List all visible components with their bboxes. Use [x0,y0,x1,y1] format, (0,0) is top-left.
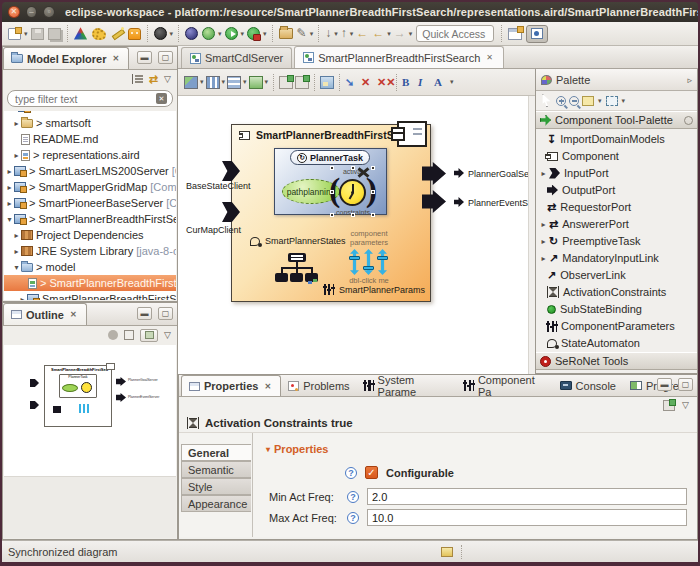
tree-row[interactable]: ▸SmartPlannerBreadthFirstS [4,291,176,300]
palette-drawer-seronet[interactable]: SeRoNet Tools [536,352,697,370]
close-icon[interactable]: ✕ [484,52,495,63]
tree-row[interactable]: ▸JRE System Library[java-8-op [4,243,176,259]
tab-system-parameters[interactable]: System Parame [357,375,457,396]
selection-handle[interactable] [330,190,334,194]
expander-icon[interactable]: ▸ [540,237,547,246]
new-wizard-icon[interactable] [8,28,21,40]
view-menu-icon[interactable]: ▽ [682,400,689,410]
close-icon[interactable]: ✕ [110,53,121,64]
debug-icon[interactable] [202,27,215,40]
view-menu-icon[interactable]: ▽ [164,74,171,84]
expander-icon[interactable]: ▸ [540,220,547,229]
component-parameters-node[interactable] [350,249,394,279]
expander-icon[interactable]: ▾ [12,263,21,272]
palette-item-preemptivetask[interactable]: ▸↻PreemptiveTask [536,233,697,249]
palette-item-mandatoryinputlink[interactable]: ▸↗MandatoryInputLink [536,250,697,266]
tree-row-selected[interactable]: > SmartPlannerBreadthFirst [4,275,176,291]
tree-row[interactable]: ▸> SmartMapperGridMap[Comp [4,179,176,195]
palette-item-outputport[interactable]: OutputPort [536,182,697,198]
minimize-icon[interactable]: ▬ [657,378,672,391]
palette-item-stateautomaton[interactable]: StateAutomaton [536,335,697,351]
save-icon[interactable] [31,28,44,40]
collapse-all-icon[interactable] [132,74,143,84]
tree-row[interactable]: README.md [4,131,176,147]
palette-drawer-header[interactable]: Component Tool-Palette [536,111,697,129]
palette-item-observerlink[interactable]: ↗ObserverLink [536,267,697,283]
delete-from-diagram-icon[interactable]: ✕ [361,76,375,89]
forward-dropdown-icon[interactable]: ▾ [409,30,413,38]
distribute-dropdown-icon[interactable]: ▾ [243,78,247,86]
quick-access-input[interactable] [416,25,494,42]
expander-icon[interactable]: ▸ [5,199,14,208]
tree-row[interactable]: ▾> SmartPlannerBreadthFirstSe [4,211,176,227]
help-icon[interactable]: ? [345,467,357,479]
maximize-icon[interactable]: ▢ [158,51,173,64]
tree-row[interactable]: ▸Project Dependencies [4,227,176,243]
arrange-all-icon[interactable] [184,76,198,89]
web-browser-icon[interactable] [185,27,198,40]
palette-item-importdomainmodels[interactable]: ↧ImportDomainModels [536,131,697,147]
params-label-group[interactable]: SmartPlannerParams [324,284,425,295]
tab-properties[interactable]: Properties✕ [181,375,281,396]
mark-dropdown-icon[interactable]: ▾ [310,30,314,38]
tab-outline[interactable]: Outline ✕ [3,303,87,325]
external-tools-dropdown-icon[interactable]: ▾ [263,30,267,38]
side-tab-general[interactable]: General [181,444,251,461]
status-diagram-icon[interactable] [441,547,453,557]
task-label[interactable]: ↻ PlannerTask [290,150,370,165]
canvas-scrollbar[interactable] [528,96,535,374]
selection-handle[interactable] [330,166,334,170]
next-annotation-dropdown-icon[interactable]: ▾ [334,30,338,38]
font-color-icon[interactable]: A [434,76,448,89]
configurable-checkbox[interactable]: ✓ [365,466,378,479]
port-label[interactable]: CurMapClient [186,225,241,235]
zoom-out-icon[interactable] [569,96,579,106]
palette-item-componentparameters[interactable]: ComponentParameters [536,318,697,334]
external-tools-icon[interactable] [247,27,260,40]
mark-occurrences-icon[interactable]: ✎ [297,27,307,40]
expander-icon[interactable]: ▸ [12,231,21,240]
selection-handle[interactable] [351,213,355,217]
modeling-perspective-button[interactable] [526,25,548,43]
distribute-icon[interactable] [227,76,241,89]
side-tab-style[interactable]: Style [181,478,251,495]
color-model-icon[interactable] [74,27,88,40]
open-perspective-icon[interactable] [508,28,522,40]
profile-icon[interactable] [154,27,167,40]
outline-thumbnail[interactable]: SmartPlannerBreadthFirstSea PlannerTask … [28,357,143,452]
expander-icon[interactable]: ▸ [18,295,27,301]
section-collapse-icon[interactable]: ▾ [266,445,270,454]
align-icon[interactable] [206,76,220,89]
selection-handle[interactable] [371,213,375,217]
maximize-icon[interactable]: ▢ [158,307,173,320]
marquee-dropdown-icon[interactable]: ▾ [622,97,626,105]
new-dropdown-icon[interactable]: ▾ [24,30,28,38]
maximize-icon[interactable]: ▢ [678,378,693,391]
align-dropdown-icon[interactable]: ▾ [222,78,226,86]
selection-handle[interactable] [371,166,375,170]
expander-icon[interactable]: ▸ [12,151,21,160]
palette-item-inputport[interactable]: ▸InputPort [536,165,697,181]
previous-annotation-dropdown-icon[interactable]: ▾ [350,30,354,38]
back-history-icon[interactable]: ← [372,27,384,40]
export-image-icon[interactable] [320,76,334,89]
port-label[interactable]: BaseStateClient [186,181,251,191]
close-icon[interactable]: ✕ [262,381,273,392]
expander-icon[interactable]: ▸ [5,167,14,176]
selection-handle[interactable] [371,190,375,194]
note-dropdown-icon[interactable]: ▾ [598,97,602,105]
side-tab-appearance[interactable]: Appearance [181,495,251,512]
palette-collapse-icon[interactable]: ▹ [687,75,692,85]
window-minimize-icon[interactable]: – [26,6,38,18]
forward-history-icon[interactable]: → [394,27,406,40]
side-tab-semantic[interactable]: Semantic [181,461,251,478]
open-resource-icon[interactable] [279,28,293,39]
state-tree-figure[interactable] [275,253,319,285]
next-annotation-icon[interactable]: ↓ [325,27,331,40]
note-tool-icon[interactable] [582,96,594,106]
tab-component-parameters[interactable]: Component Pa [457,375,553,396]
palette-item-substatebinding[interactable]: SubStateBinding [536,301,697,317]
pin-property-view-icon[interactable] [663,400,675,411]
tree-row[interactable]: ▸> representations.aird [4,147,176,163]
port-label[interactable]: PlannerEventServer [468,198,535,208]
